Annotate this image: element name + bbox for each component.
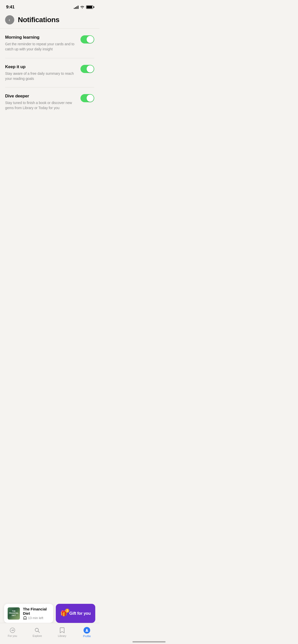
notifications-list: Morning learning Get the reminder to rep…	[0, 29, 99, 117]
notif-desc-morning: Get the reminder to repeat your cards an…	[5, 41, 76, 52]
notif-text-morning: Morning learning Get the reminder to rep…	[5, 35, 76, 52]
main-content: Morning learning Get the reminder to rep…	[0, 29, 99, 157]
page-title: Notifications	[18, 16, 59, 24]
status-icons	[74, 5, 93, 9]
toggle-knob-divedeeper	[87, 95, 94, 102]
toggle-knob-morning	[87, 36, 94, 43]
signal-icon	[74, 5, 78, 9]
status-bar: 9:41	[0, 0, 99, 13]
notif-desc-divedeeper: Stay tuned to finish a book or discover …	[5, 100, 76, 111]
wifi-icon	[80, 5, 85, 9]
toggle-dive-deeper[interactable]	[80, 94, 94, 102]
battery-icon	[86, 5, 93, 9]
notif-title-divedeeper: Dive deeper	[5, 94, 76, 99]
notif-title-keepitup: Keep it up	[5, 64, 76, 69]
toggle-knob-keepitup	[87, 65, 94, 72]
notif-title-morning: Morning learning	[5, 35, 76, 40]
toggle-keep-it-up[interactable]	[80, 65, 94, 73]
notif-desc-keepitup: Stay aware of a free daily summary to re…	[5, 71, 76, 81]
notification-morning-learning: Morning learning Get the reminder to rep…	[5, 29, 94, 58]
back-button[interactable]: ‹	[5, 15, 14, 24]
notification-dive-deeper: Dive deeper Stay tuned to finish a book …	[5, 87, 94, 117]
header: ‹ Notifications	[0, 13, 99, 29]
status-time: 9:41	[6, 5, 15, 10]
notification-keep-it-up: Keep it up Stay aware of a free daily su…	[5, 58, 94, 88]
notif-text-divedeeper: Dive deeper Stay tuned to finish a book …	[5, 94, 76, 111]
toggle-morning-learning[interactable]	[80, 35, 94, 43]
notif-text-keepitup: Keep it up Stay aware of a free daily su…	[5, 64, 76, 81]
back-arrow-icon: ‹	[9, 18, 10, 22]
